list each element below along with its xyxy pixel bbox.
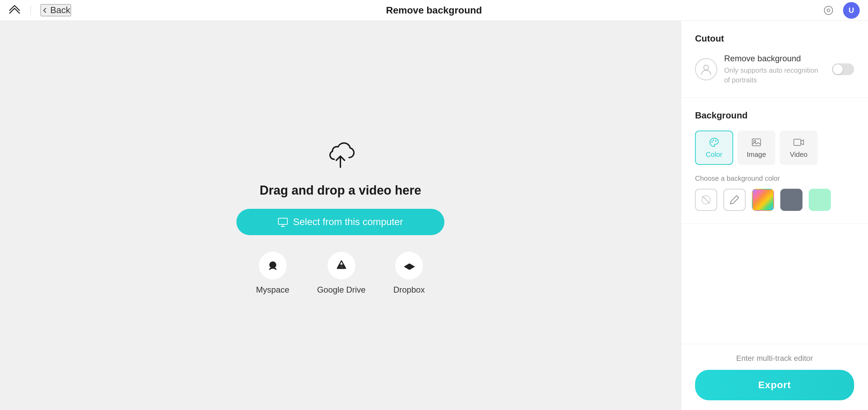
back-label: Back <box>50 5 70 16</box>
swatch-gray[interactable] <box>780 189 802 211</box>
video-tab-label: Video <box>790 151 808 159</box>
back-button[interactable]: Back <box>41 4 71 16</box>
myspace-label: Myspace <box>256 285 289 295</box>
cutout-section-title: Cutout <box>695 33 854 44</box>
background-section-title: Background <box>695 110 854 121</box>
no-color-icon <box>701 194 712 205</box>
color-picker-label: Choose a background color <box>695 175 854 182</box>
dropbox-source[interactable]: Dropbox <box>393 252 425 295</box>
main-layout: Drag and drop a video here Select from t… <box>0 21 868 410</box>
svg-rect-3 <box>278 218 287 224</box>
color-tab-label: Color <box>706 151 722 159</box>
video-tab-icon <box>793 137 804 148</box>
svg-rect-15 <box>794 139 801 145</box>
header-actions: U <box>821 2 860 19</box>
remove-bg-title: Remove background <box>724 54 825 63</box>
dropbox-label: Dropbox <box>393 285 425 295</box>
dropbox-icon <box>395 252 423 279</box>
logo-icon <box>8 4 21 17</box>
right-sidebar: Cutout Remove background Only supports a… <box>681 21 868 410</box>
remove-bg-item: Remove background Only supports auto rec… <box>695 54 854 85</box>
swatch-gradient[interactable] <box>752 189 774 211</box>
avatar-button[interactable]: U <box>843 2 860 19</box>
tab-image[interactable]: Image <box>737 131 775 165</box>
color-swatches <box>695 189 854 211</box>
upload-title: Drag and drop a video here <box>260 183 421 198</box>
pencil-icon <box>729 194 740 205</box>
select-from-computer-label: Select from this computer <box>293 216 403 228</box>
google-drive-label: Google Drive <box>317 285 366 295</box>
remove-bg-text: Remove background Only supports auto rec… <box>724 54 825 85</box>
portrait-icon-container <box>695 58 717 80</box>
swatch-mint[interactable] <box>809 189 831 211</box>
upload-icon <box>323 136 358 172</box>
remove-bg-desc: Only supports auto recognition of portra… <box>724 65 825 85</box>
header: Back Remove background U <box>0 0 868 21</box>
color-tab-icon <box>709 137 720 148</box>
image-tab-icon <box>751 137 762 148</box>
tab-video[interactable]: Video <box>780 131 818 165</box>
myspace-source[interactable]: Myspace <box>256 252 289 295</box>
swatch-custom-color[interactable] <box>723 189 746 211</box>
logo-area: Back <box>8 4 71 17</box>
portrait-icon <box>700 63 713 76</box>
background-section: Background Color <box>681 98 868 224</box>
background-tabs: Color Image Video <box>695 131 854 165</box>
tab-color[interactable]: Color <box>695 131 733 165</box>
svg-point-0 <box>824 6 833 15</box>
svg-point-9 <box>704 65 709 70</box>
svg-rect-13 <box>752 139 761 146</box>
myspace-icon <box>259 252 287 279</box>
monitor-icon <box>278 217 288 227</box>
select-from-computer-button[interactable]: Select from this computer <box>236 209 444 235</box>
swatch-no-color[interactable] <box>695 189 717 211</box>
back-arrow-icon <box>41 7 48 14</box>
avatar-initial: U <box>849 6 854 15</box>
svg-line-16 <box>703 196 710 203</box>
svg-point-1 <box>827 9 830 12</box>
google-drive-source[interactable]: Google Drive <box>317 252 366 295</box>
header-divider <box>31 6 31 15</box>
google-drive-icon <box>328 252 355 279</box>
remove-bg-toggle[interactable] <box>832 63 854 75</box>
svg-point-11 <box>713 140 714 141</box>
svg-point-12 <box>715 140 717 142</box>
cloud-sources: Myspace Google Drive <box>256 252 425 295</box>
bell-icon <box>824 6 833 15</box>
upload-zone: Drag and drop a video here Select from t… <box>236 136 444 295</box>
svg-point-10 <box>711 141 713 143</box>
export-button[interactable]: Export <box>695 370 854 400</box>
sidebar-bottom: Enter multi-track editor Export <box>681 344 868 410</box>
upload-area: Drag and drop a video here Select from t… <box>0 21 681 410</box>
cutout-section: Cutout Remove background Only supports a… <box>681 21 868 98</box>
image-tab-label: Image <box>747 151 766 159</box>
multi-track-label: Enter multi-track editor <box>695 354 854 363</box>
page-title: Remove background <box>386 5 482 16</box>
notification-button[interactable] <box>821 3 836 18</box>
